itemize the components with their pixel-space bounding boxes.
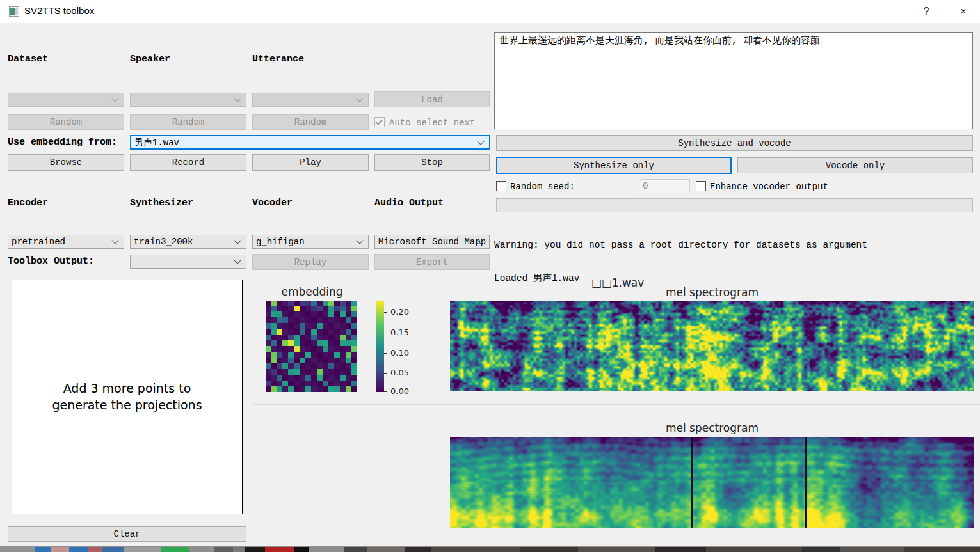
desktop-strip-segment [840, 547, 904, 552]
desktop-strip-segment [578, 547, 655, 552]
utterance-label: Utterance [252, 54, 304, 65]
titlebar: SV2TTS toolbox ? × [0, 0, 980, 23]
colorbar-label: 0.15 [390, 327, 409, 337]
close-button[interactable]: × [949, 0, 978, 23]
embedding-source-select[interactable]: 男声1.wav [130, 135, 490, 150]
dataset-label: Dataset [8, 54, 48, 65]
chevron-down-icon [356, 95, 363, 102]
mel-spectrogram-title-top: mel spectrogram [653, 286, 771, 299]
desktop-strip-segment [367, 547, 405, 552]
desktop-strip-segment [124, 547, 161, 552]
desktop-strip-segment [655, 547, 706, 552]
synthesized-mel-spectrogram [450, 437, 974, 528]
desktop-strip-segment [233, 547, 245, 552]
export-button[interactable]: Export [374, 254, 490, 270]
play-button[interactable]: Play [252, 154, 369, 171]
sv2tts-toolbox-window: SV2TTS toolbox ? × Dataset Speaker Utter… [0, 0, 980, 552]
figure-separator [253, 404, 980, 405]
encoder-select[interactable]: pretrained [8, 235, 124, 249]
replay-button[interactable]: Replay [252, 254, 369, 270]
colorbar-label: 0.20 [390, 307, 409, 317]
dataset-select[interactable] [8, 93, 124, 107]
speaker-select[interactable] [130, 93, 246, 107]
desktop-strip-segment [35, 547, 51, 552]
chevron-down-icon [234, 256, 241, 264]
desktop-strip-segment [405, 547, 431, 552]
audio-output-value: Microsoft Sound Mapp [378, 237, 486, 247]
projection-message-line2: generate the projections [52, 398, 202, 412]
help-button[interactable]: ? [912, 0, 941, 23]
chevron-down-icon [234, 95, 241, 102]
toolbox-output-label: Toolbox Output: [8, 256, 94, 267]
embedding-source-value: 男声1.wav [134, 137, 179, 148]
utterance-select[interactable] [252, 93, 369, 107]
desktop-strip-segment [706, 547, 802, 552]
chevron-down-icon [111, 95, 118, 102]
chevron-down-icon [477, 138, 484, 145]
projection-message: Add 3 more points to generate the projec… [52, 381, 202, 413]
colorbar-tick [384, 373, 387, 374]
log-line: Warning: you did not pass a root directo… [494, 240, 978, 251]
chevron-down-icon [356, 237, 363, 244]
vocode-only-button[interactable]: Vocode only [737, 157, 973, 173]
colorbar-tick [384, 391, 387, 392]
enhance-vocoder-label: Enhance vocoder output [710, 182, 828, 192]
desktop-strip-segment [245, 547, 265, 552]
desktop-strip-segment [69, 547, 88, 552]
random-speaker-button[interactable]: Random [130, 114, 246, 130]
app-icon [9, 6, 19, 17]
desktop-strip-segment [214, 547, 233, 552]
desktop-strip-segment [189, 547, 214, 552]
seed-input[interactable] [639, 179, 690, 193]
desktop-strip-segment [344, 547, 367, 552]
synthesizer-select[interactable]: train3_200k [130, 235, 246, 249]
vocoder-value: g_hifigan [256, 237, 305, 247]
desktop-strip-segment [51, 547, 69, 552]
desktop-strip-segment [520, 547, 578, 552]
projection-plot: Add 3 more points to generate the projec… [12, 280, 243, 514]
load-button[interactable]: Load [374, 91, 490, 107]
desktop-strip-segment [88, 547, 102, 552]
auto-select-next-label: Auto select next [389, 118, 475, 128]
desktop-strip-segment [309, 547, 344, 552]
colorbar-label: 0.05 [390, 368, 409, 377]
toolbox-output-select[interactable] [130, 255, 246, 269]
desktop-strip-segment [294, 547, 309, 552]
colorbar-label: 0.10 [390, 348, 409, 358]
colorbar-tick [384, 333, 387, 333]
encoder-value: pretrained [12, 237, 65, 247]
synthesizer-value: train3_200k [134, 237, 193, 247]
target-mel-spectrogram [450, 301, 974, 391]
stop-button[interactable]: Stop [374, 154, 490, 171]
embedding-plot-title: embedding [256, 285, 368, 298]
desktop-strip-segment [904, 547, 980, 552]
synthesize-and-vocode-button[interactable]: Synthesize and vocode [496, 135, 973, 151]
enhance-vocoder-checkbox[interactable] [696, 181, 706, 191]
speaker-label: Speaker [130, 54, 170, 65]
clear-button[interactable]: Clear [8, 526, 246, 542]
audio-output-select[interactable]: Microsoft Sound Mapp [374, 235, 490, 249]
record-button[interactable]: Record [130, 154, 246, 171]
browse-button[interactable]: Browse [8, 154, 124, 171]
desktop-strip-segment [802, 547, 840, 552]
embedding-heatmap [266, 301, 357, 392]
colorbar [376, 301, 384, 392]
random-seed-checkbox[interactable] [496, 181, 506, 191]
desktop-strip-segment [431, 547, 520, 552]
colorbar-label: 0.00 [390, 386, 409, 396]
text-prompt-input[interactable]: 世界上最遥远的距离不是天涯海角, 而是我站在你面前, 却看不见你的容颜 [494, 32, 973, 129]
use-embedding-from-label: Use embedding from: [8, 137, 117, 148]
vocoder-label: Vocoder [252, 198, 293, 209]
auto-select-next-checkbox[interactable] [374, 117, 385, 127]
vocoder-select[interactable]: g_hifigan [252, 235, 369, 249]
progress-bar [496, 198, 973, 212]
window-title: SV2TTS toolbox [24, 5, 94, 16]
desktop-strip-segment [161, 547, 189, 552]
desktop-strip-segment [265, 547, 294, 552]
random-utterance-button[interactable]: Random [252, 114, 369, 130]
chevron-down-icon [234, 237, 241, 244]
desktop-strip-segment [102, 547, 124, 552]
random-dataset-button[interactable]: Random [8, 114, 124, 130]
random-seed-label: Random seed: [510, 182, 575, 192]
synthesize-only-button[interactable]: Synthesize only [496, 157, 732, 174]
